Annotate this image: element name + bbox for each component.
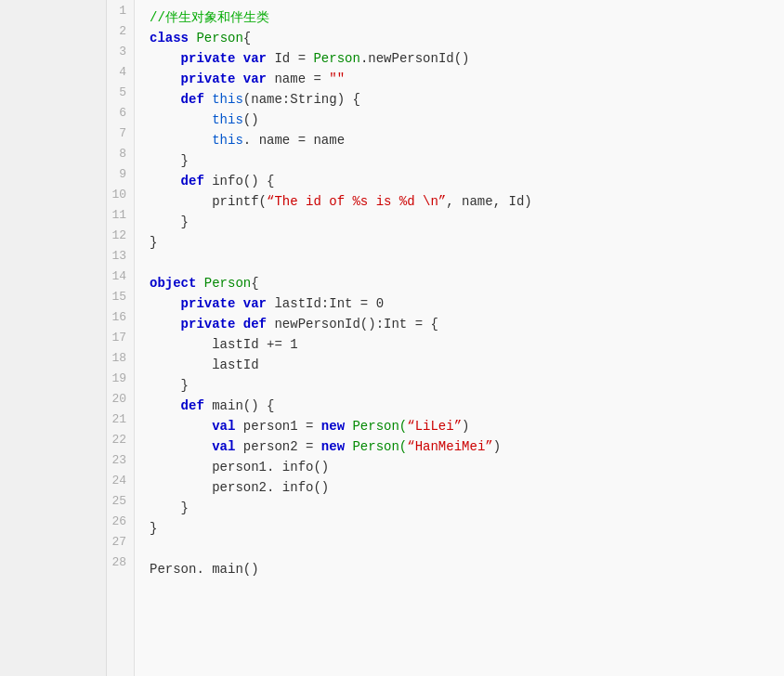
token: name (274, 69, 306, 89)
line-number-13: 13 (107, 245, 134, 266)
gutter-row-9 (0, 184, 106, 204)
code-line-20: def main() { (135, 396, 784, 416)
token: this (212, 89, 243, 110)
token: Person( (352, 436, 407, 457)
token: person2 = (243, 436, 321, 457)
code-line-26: } (135, 518, 784, 539)
token: //伴生对象和伴生类 (150, 7, 269, 28)
token: } (150, 150, 189, 171)
token: new (321, 436, 353, 457)
token: person1. info() (150, 457, 329, 477)
line-number-9: 9 (107, 163, 134, 184)
token: { (251, 273, 258, 293)
code-area[interactable]: //伴生对象和伴生类class Person{ private var Id =… (135, 0, 784, 676)
token: person1 = (243, 416, 321, 436)
gutter-row-24 (0, 490, 106, 511)
code-line-15: private var lastId:Int = 0 (135, 293, 784, 314)
token: = (306, 69, 329, 89)
gutter-row-15 (0, 306, 106, 327)
line-number-3: 3 (107, 41, 134, 61)
token: ) (462, 416, 469, 436)
token: lastId += 1 (150, 334, 298, 355)
token: Person. main() (150, 559, 259, 579)
gutter-row-26 (0, 531, 106, 552)
token: () (454, 48, 470, 69)
token: ) (493, 436, 501, 457)
gutter-row-4 (0, 82, 106, 102)
token: (name:String) { (243, 89, 360, 110)
code-line-6: this() (135, 110, 784, 130)
line-number-11: 11 (107, 204, 134, 225)
code-line-1: //伴生对象和伴生类 (135, 7, 784, 28)
token: printf( (150, 191, 267, 212)
gutter-row-3 (0, 61, 106, 82)
token: def (150, 396, 212, 416)
gutter-row-28 (0, 572, 106, 592)
line-number-16: 16 (107, 306, 134, 327)
token: “LiLei” (407, 416, 462, 436)
code-line-9: def info() { (135, 171, 784, 191)
code-line-11: } (135, 212, 784, 232)
line-number-22: 22 (107, 429, 134, 449)
token: . (360, 48, 368, 69)
token: private var (150, 293, 274, 314)
token: , name, Id) (446, 191, 531, 212)
token: } (150, 375, 189, 396)
line-number-14: 14 (107, 266, 134, 286)
token: Id (274, 48, 290, 69)
gutter-row-25 (0, 511, 106, 531)
code-line-7: this. name = name (135, 130, 784, 150)
gutter-row-1 (0, 20, 106, 41)
token: private def (150, 314, 274, 334)
code-line-16: private def newPersonId():Int = { (135, 314, 784, 334)
gutter-row-17 (0, 347, 106, 368)
line-number-19: 19 (107, 368, 134, 388)
token: val (150, 416, 243, 436)
line-number-27: 27 (107, 531, 134, 552)
token: private var (150, 48, 274, 69)
line-number-18: 18 (107, 347, 134, 368)
token: Person (204, 273, 251, 293)
gutter-row-5 (0, 102, 106, 123)
line-number-24: 24 (107, 470, 134, 490)
left-gutter (0, 0, 107, 676)
code-line-4: private var name = "" (135, 69, 784, 89)
line-number-5: 5 (107, 82, 134, 102)
gutter-row-6 (0, 123, 106, 143)
gutter-row-7 (0, 143, 106, 163)
token: Person (196, 28, 242, 48)
token: object (150, 273, 204, 293)
gutter-row-12 (0, 245, 106, 266)
code-line-10: printf(“The id of %s is %d \n”, name, Id… (135, 191, 784, 212)
line-number-20: 20 (107, 388, 134, 409)
token (150, 110, 212, 130)
code-line-12: } (135, 232, 784, 253)
code-line-2: class Person{ (135, 28, 784, 48)
token: “HanMeiMei” (407, 436, 492, 457)
line-numbers-panel: 1234567891011121314151617181920212223242… (107, 0, 135, 676)
gutter-row-8 (0, 163, 106, 184)
line-number-15: 15 (107, 286, 134, 306)
token: main (212, 396, 243, 416)
code-line-5: def this(name:String) { (135, 89, 784, 110)
token: Person (313, 48, 359, 69)
token: . name = name (243, 130, 345, 150)
line-number-23: 23 (107, 449, 134, 470)
gutter-row-2 (0, 41, 106, 61)
token: new (321, 416, 353, 436)
token: Person( (352, 416, 407, 436)
code-line-25: } (135, 498, 784, 518)
gutter-row-23 (0, 470, 106, 490)
code-line-8: } (135, 150, 784, 171)
code-line-14: object Person{ (135, 273, 784, 293)
token: } (150, 232, 157, 253)
gutter-row-13 (0, 266, 106, 286)
token: = (290, 48, 313, 69)
code-line-3: private var Id = Person.newPersonId() (135, 48, 784, 69)
gutter-row-18 (0, 368, 106, 388)
token: } (150, 212, 189, 232)
gutter-row-14 (0, 286, 106, 306)
gutter-row-19 (0, 388, 106, 409)
line-number-25: 25 (107, 490, 134, 511)
code-line-17: lastId += 1 (135, 334, 784, 355)
